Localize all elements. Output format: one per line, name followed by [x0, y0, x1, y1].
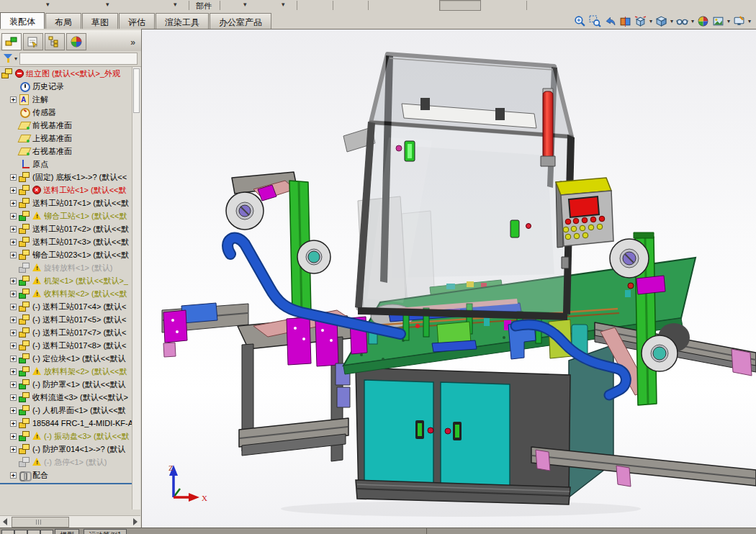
expander-icon[interactable]: +	[10, 278, 17, 284]
expander-icon[interactable]: +	[10, 407, 17, 414]
window-split-button[interactable]	[1, 530, 14, 534]
display-style-dropdown-icon[interactable]: ▾	[669, 18, 675, 24]
tree-vertical-scrollbar[interactable]	[132, 67, 140, 510]
expander-icon[interactable]: +	[10, 394, 17, 401]
filter-icon[interactable]	[4, 54, 12, 63]
expander-icon[interactable]: +	[10, 174, 17, 181]
expander-icon[interactable]: +	[10, 317, 17, 323]
apply-scene-dropdown-icon[interactable]: ▾	[726, 18, 732, 24]
apply-scene-button[interactable]	[711, 14, 726, 28]
left-upper-reel[interactable]	[226, 192, 264, 230]
expander-icon[interactable]: +	[10, 472, 17, 479]
view-settings-dropdown-icon[interactable]: ▾	[747, 18, 752, 24]
command-tab-4[interactable]: 评估	[119, 13, 155, 29]
filter-input[interactable]	[19, 53, 138, 65]
tree-item[interactable]: +机架<1> (默认<<默认>_	[0, 274, 132, 287]
window-split-button[interactable]	[40, 530, 53, 534]
tree-horizontal-scrollbar[interactable]	[0, 515, 140, 528]
expander-icon[interactable]: +	[10, 239, 17, 245]
feature-manager-tab[interactable]	[1, 33, 22, 50]
previous-view-button[interactable]	[603, 14, 618, 28]
display-style-button[interactable]	[654, 14, 669, 28]
pressed-toolbar-button[interactable]	[439, 0, 481, 11]
menu-dropdown-icon[interactable]: ▾	[46, 1, 50, 8]
tree-item[interactable]: +(-) 送料工站017<8> (默认<	[0, 339, 132, 352]
view-orientation-dropdown-icon[interactable]: ▾	[648, 18, 654, 24]
property-manager-tab[interactable]	[23, 33, 43, 50]
tree-item[interactable]: +(-) 防护罩014<1>->? (默认	[0, 443, 132, 456]
expander-icon[interactable]: +	[10, 304, 17, 310]
view-orientation-button[interactable]	[633, 14, 648, 28]
tree-splitter[interactable]	[0, 483, 140, 484]
hmi-screen[interactable]	[569, 196, 599, 217]
tree-item[interactable]: +注解	[0, 93, 132, 106]
tree-item[interactable]: 旋转放料<1> (默认)	[0, 261, 132, 274]
edit-appearance-button[interactable]	[696, 14, 711, 28]
menu-dropdown-icon[interactable]: ▾	[106, 1, 109, 8]
tree-item[interactable]: +185844 FRC-1_4-MIDI-KF-A	[0, 417, 132, 430]
cabinet-door-right[interactable]	[441, 382, 510, 489]
display-manager-tab[interactable]	[66, 33, 86, 50]
tree-item[interactable]: +铆合工站023<1> (默认<<默	[0, 248, 132, 261]
section-view-button[interactable]	[618, 14, 633, 28]
command-tab-2[interactable]: 布局	[45, 13, 81, 29]
tree-item[interactable]: 右视基准面	[0, 145, 132, 158]
tree-item[interactable]: 组立图 (默认<<默认>_外观	[0, 67, 132, 80]
tree-item[interactable]: +放料料架<2> (默认<<默	[0, 365, 132, 378]
tree-item[interactable]: +(-) 定位块<1> (默认<<默认	[0, 352, 132, 365]
door-button[interactable]	[428, 427, 433, 433]
viewport-canvas[interactable]: Z X	[142, 29, 756, 530]
model-tab[interactable]: 模型	[55, 529, 79, 534]
expander-icon[interactable]: +	[10, 330, 17, 336]
menu-dropdown-icon[interactable]: ▾	[243, 1, 247, 8]
door-button[interactable]	[445, 428, 451, 434]
tree-item[interactable]: (-) 急停<1> (默认)	[0, 456, 132, 469]
zoom-to-area-button[interactable]	[588, 14, 603, 28]
expander-icon[interactable]: +	[10, 213, 17, 220]
expander-icon[interactable]: +	[10, 420, 17, 427]
window-split-button[interactable]	[27, 530, 40, 534]
expander-icon[interactable]: +	[10, 200, 17, 207]
tree-item[interactable]: +(-) 送料工站017<5> (默认<	[0, 313, 132, 326]
expander-icon[interactable]: +	[10, 446, 17, 453]
tree-item[interactable]: +铆合工站<1> (默认<<默	[0, 209, 132, 222]
expander-icon[interactable]: +	[10, 187, 17, 194]
tree-item[interactable]: +(-) 送料工站017<7> (默认<	[0, 326, 132, 339]
tree-item[interactable]: +收料流道<3> (默认<<默认>	[0, 391, 132, 404]
hide-show-items-button[interactable]	[675, 14, 690, 28]
enclosure[interactable]	[343, 54, 575, 320]
panel-overflow-button[interactable]: »	[126, 36, 140, 50]
left-lower-reel[interactable]	[297, 240, 330, 273]
view-settings-button[interactable]	[732, 14, 747, 28]
expander-icon[interactable]: +	[10, 226, 17, 232]
tree-item[interactable]: +送料工站017<1> (默认<<默	[0, 196, 132, 209]
tree-item[interactable]: +(-) 人机界面<1> (默认<<默	[0, 404, 132, 417]
tree-item[interactable]: +送料工站017<2> (默认<<默	[0, 222, 132, 235]
tree-item[interactable]: +送料工站<1> (默认<<默	[0, 184, 132, 196]
scroll-right-icon[interactable]	[133, 518, 138, 525]
control-panel[interactable]	[556, 178, 613, 248]
menu-dropdown-icon[interactable]: ▾	[282, 1, 285, 8]
command-tab-6[interactable]: 办公室产品	[210, 13, 271, 29]
tree-item[interactable]: 前视基准面	[0, 119, 132, 132]
expander-icon[interactable]: +	[10, 291, 17, 297]
scrollbar-thumb[interactable]	[12, 517, 69, 528]
command-tab-1[interactable]: 装配体	[0, 12, 45, 29]
expander-icon[interactable]: +	[10, 368, 17, 375]
expander-icon[interactable]: +	[10, 252, 17, 258]
window-split-button[interactable]	[14, 530, 27, 534]
motion-study-tab[interactable]: 运动算例1	[84, 529, 127, 534]
menu-dropdown-icon[interactable]: ▾	[174, 1, 177, 8]
zoom-to-fit-button[interactable]	[572, 14, 588, 28]
tree-item[interactable]: 上视基准面	[0, 132, 132, 145]
expander-icon[interactable]: +	[10, 343, 17, 349]
tree-item[interactable]: +(-) 送料工站017<4> (默认<	[0, 300, 132, 313]
tree-item[interactable]: 传感器	[0, 106, 132, 119]
right-lower-reel[interactable]	[642, 335, 678, 371]
right-upper-reel[interactable]	[610, 239, 649, 278]
tree-item[interactable]: +(-) 振动盘<3> (默认<<默	[0, 430, 132, 443]
hide-show-items-dropdown-icon[interactable]: ▾	[690, 18, 696, 24]
filter-dropdown-icon[interactable]: ▾	[14, 55, 17, 62]
command-tab-3[interactable]: 草图	[82, 13, 118, 29]
expander-icon[interactable]: +	[10, 356, 17, 362]
